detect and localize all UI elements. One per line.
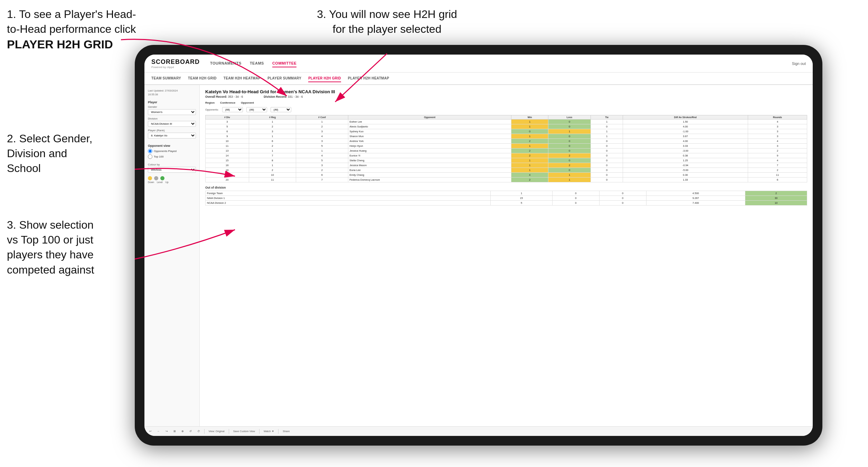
gender-select[interactable]: Women's xyxy=(148,109,196,115)
nav-bar: SCOREBOARD Powered by clippd TOURNAMENTS… xyxy=(144,55,813,73)
table-row: 5 2 2 Alexis Sudjianto 1 0 0 4.00 3 xyxy=(206,124,807,129)
cell-conf: 5 xyxy=(296,158,348,163)
toolbar-back[interactable]: ← xyxy=(156,429,161,433)
instruction-mid-left: 2. Select Gender,Division andSchool xyxy=(7,131,124,176)
colour-dots xyxy=(148,176,196,180)
cell-opponent: Federica Domecq Lacroze xyxy=(348,178,511,182)
cell-reg: 11 xyxy=(249,178,296,182)
cell-loss: 0 xyxy=(548,168,591,173)
table-row: 13 1 1 Jessica Huang 2 0 0 -3.00 2 xyxy=(206,149,807,153)
colour-select[interactable]: Win/loss xyxy=(148,167,196,173)
toolbar-view-original[interactable]: View: Original xyxy=(207,429,226,433)
toolbar-grid[interactable]: ⊞ xyxy=(172,429,177,433)
cell-conf: 6 xyxy=(296,173,348,178)
toolbar-sep2 xyxy=(229,429,229,434)
ood-diff: 9.267 xyxy=(646,196,745,201)
cell-tie: 0 xyxy=(591,153,623,158)
cell-loss: 0 xyxy=(548,144,591,149)
col-reg: # Reg xyxy=(249,115,296,120)
cell-div: 13 xyxy=(206,149,249,153)
ood-rounds: 30 xyxy=(745,196,807,201)
nav-teams[interactable]: TEAMS xyxy=(250,60,264,67)
ood-loss: 0 xyxy=(552,196,599,201)
cell-loss: 1 xyxy=(548,129,591,134)
nav-tournaments[interactable]: TOURNAMENTS xyxy=(210,60,242,67)
player-rank-label: Player (Rank) xyxy=(148,129,196,132)
cell-conf: 3 xyxy=(296,139,348,144)
toolbar-refresh[interactable]: ↺ xyxy=(188,429,193,433)
cell-conf: 7 xyxy=(296,178,348,182)
cell-opponent: Eunice Yi xyxy=(348,153,511,158)
overall-record-label: Overall Record: xyxy=(205,95,227,98)
division-record: Division Record: 331 - 34 - 6 xyxy=(264,95,303,98)
cell-tie: 1 xyxy=(591,120,623,124)
division-record-label: Division Record: xyxy=(264,95,287,98)
toolbar-share[interactable]: Share xyxy=(281,429,291,433)
cell-diff: -1.00 xyxy=(623,129,748,134)
opp-filter-select[interactable]: (All) xyxy=(271,107,291,112)
toolbar-add[interactable]: ⊕ xyxy=(180,429,185,433)
sub-nav-player-h2h[interactable]: PLAYER H2H GRID xyxy=(308,75,341,82)
col-conf: # Conf xyxy=(296,115,348,120)
cell-diff: 1.50 xyxy=(623,120,748,124)
cell-tie: 0 xyxy=(591,124,623,129)
table-row: 16 1 3 Jessica Mason 1 2 0 -0.94 7 xyxy=(206,163,807,168)
cell-conf: 4 xyxy=(296,153,348,158)
cell-rounds: 4 xyxy=(748,120,807,124)
filter-conference: Conference xyxy=(220,101,235,104)
cell-tie: 0 xyxy=(591,178,623,182)
table-row: 11 2 5 Heejo Hyun 1 0 0 3.33 3 xyxy=(206,144,807,149)
cell-conf: 1 xyxy=(296,120,348,124)
out-of-division-header: Out of division xyxy=(205,186,807,189)
table-row: 10 6 3 Andrea York 2 0 0 4.00 4 xyxy=(206,139,807,144)
colour-by-label: Colour by xyxy=(148,163,196,166)
cell-opponent: Sydney Kuo xyxy=(348,129,511,134)
logo-area: SCOREBOARD Powered by clippd xyxy=(151,58,200,69)
top-100-label: Top 100 xyxy=(154,155,163,158)
cell-reg: 1 xyxy=(249,163,296,168)
player-rank-select[interactable]: 8. Katelyn Vo xyxy=(148,133,196,139)
cell-div: 14 xyxy=(206,153,249,158)
sign-out-link[interactable]: Sign out xyxy=(792,61,806,66)
cell-conf: 1 xyxy=(296,149,348,153)
opponents-filter-select[interactable]: (All) xyxy=(222,107,243,112)
sidebar-player-section: Player xyxy=(148,101,196,104)
cell-rounds: 3 xyxy=(748,124,807,129)
sub-nav-player-summary[interactable]: PLAYER SUMMARY xyxy=(267,75,301,82)
top-100-radio[interactable] xyxy=(148,154,152,159)
left-sidebar: Last Updated: 27/03/2024 16:55:38 Player… xyxy=(144,85,200,426)
ood-win: 15 xyxy=(491,196,553,201)
sub-nav-team-heatmap[interactable]: TEAM H2H HEATMAP xyxy=(224,75,261,82)
sub-nav-team-summary[interactable]: TEAM SUMMARY xyxy=(151,75,181,82)
toolbar-redo[interactable]: ↪ xyxy=(164,429,169,433)
table-row: 20 11 7 Federica Domecq Lacroze 2 1 0 1.… xyxy=(206,178,807,182)
cell-conf: 3 xyxy=(296,129,348,134)
cell-tie: 1 xyxy=(591,134,623,139)
cell-rounds: 3 xyxy=(748,134,807,139)
conf-filter-select[interactable]: (All) xyxy=(246,107,267,112)
ood-rounds: 2 xyxy=(745,191,807,196)
cell-reg: 8 xyxy=(249,158,296,163)
sub-nav-team-h2h[interactable]: TEAM H2H GRID xyxy=(188,75,217,82)
logo-scoreboard: SCOREBOARD xyxy=(151,58,200,66)
cell-diff: 0.30 xyxy=(623,173,748,178)
cell-conf: 2 xyxy=(296,124,348,129)
tablet-frame: SCOREBOARD Powered by clippd TOURNAMENTS… xyxy=(135,45,822,446)
opponents-played-radio[interactable] xyxy=(148,149,152,153)
cell-div: 19 xyxy=(206,173,249,178)
cell-win: 2 xyxy=(511,149,548,153)
toolbar-watch[interactable]: Watch ▼ xyxy=(262,429,275,433)
toolbar-save-view[interactable]: Save Custom View xyxy=(232,429,256,433)
cell-reg: 6 xyxy=(249,139,296,144)
toolbar-undo[interactable]: ↩ xyxy=(148,429,153,433)
cell-div: 18 xyxy=(206,168,249,173)
cell-conf: 2 xyxy=(296,168,348,173)
toolbar-timer[interactable]: ⏱ xyxy=(196,429,201,433)
cell-win: 1 xyxy=(511,158,548,163)
nav-committee[interactable]: COMMITTEE xyxy=(272,60,297,67)
division-select[interactable]: NCAA Division III xyxy=(148,121,196,127)
colour-section: Colour by Win/loss Down Level Up xyxy=(148,163,196,183)
cell-div: 20 xyxy=(206,178,249,182)
sub-nav-player-heatmap[interactable]: PLAYER H2H HEATMAP xyxy=(348,75,389,82)
col-win: Win xyxy=(511,115,548,120)
